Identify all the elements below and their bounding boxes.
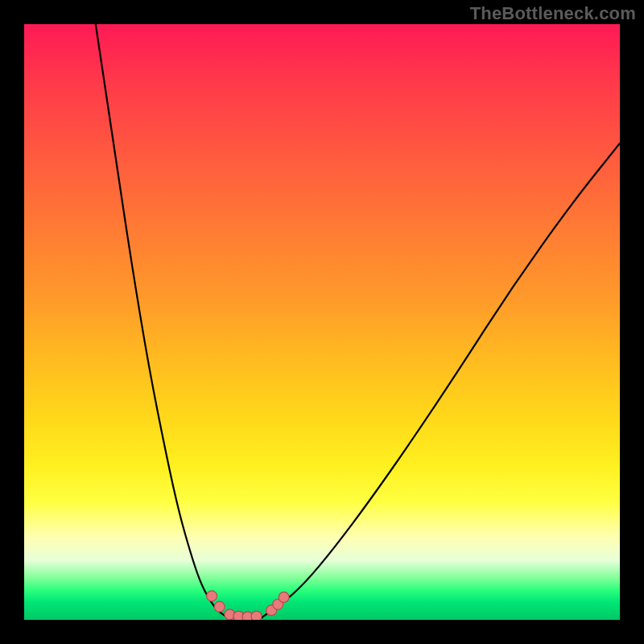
attribution-label: TheBottleneck.com — [470, 3, 636, 24]
data-marker — [251, 611, 262, 620]
data-marker — [279, 592, 289, 602]
right-curve — [262, 143, 620, 617]
data-marker — [214, 601, 225, 612]
plot-area — [24, 24, 620, 620]
data-marker — [207, 591, 217, 601]
chart-root: TheBottleneck.com — [0, 0, 644, 644]
curve-layer — [24, 24, 620, 620]
left-curve — [96, 24, 227, 617]
marker-group — [207, 591, 290, 620]
